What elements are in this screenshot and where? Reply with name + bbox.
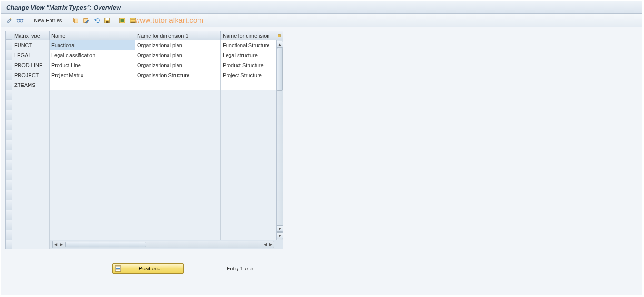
cell-dim2[interactable]: Legal structure — [221, 50, 276, 60]
empty-cell[interactable] — [221, 160, 276, 170]
empty-cell[interactable] — [221, 130, 276, 140]
cell-matrixtype[interactable]: FUNCT — [12, 40, 50, 50]
empty-cell[interactable] — [135, 100, 221, 110]
cell-dim2[interactable]: Product Structure — [221, 60, 276, 70]
empty-cell[interactable] — [221, 140, 276, 150]
empty-cell[interactable] — [135, 90, 221, 100]
row-selector[interactable] — [6, 90, 12, 100]
empty-cell[interactable] — [135, 180, 221, 190]
empty-cell[interactable] — [221, 180, 276, 190]
empty-cell[interactable] — [221, 110, 276, 120]
empty-cell[interactable] — [135, 210, 221, 220]
empty-cell[interactable] — [221, 220, 276, 230]
scroll-thumb-vertical[interactable] — [277, 48, 283, 91]
empty-cell[interactable] — [50, 150, 135, 160]
scroll-thumb-horizontal[interactable] — [65, 242, 146, 247]
glasses-icon[interactable] — [16, 16, 24, 25]
horizontal-scrollbar[interactable]: ◀ ▶ ◀ ▶ — [52, 241, 274, 248]
cell-dim1[interactable]: Organisation Structure — [135, 70, 221, 80]
row-selector[interactable] — [6, 140, 12, 150]
cell-matrixtype[interactable]: ZTEAMS — [12, 80, 50, 90]
scroll-left-end-icon[interactable]: ◀ — [262, 242, 268, 248]
cell-dim1[interactable]: Organizational plan — [135, 60, 221, 70]
empty-cell[interactable] — [135, 160, 221, 170]
empty-cell[interactable] — [135, 170, 221, 180]
empty-cell[interactable] — [50, 160, 135, 170]
row-selector[interactable] — [6, 230, 12, 240]
empty-cell[interactable] — [50, 180, 135, 190]
select-all-icon[interactable] — [118, 16, 127, 25]
row-selector[interactable] — [6, 120, 12, 130]
col-header-matrixtype[interactable]: MatrixType — [12, 31, 50, 40]
empty-cell[interactable] — [50, 100, 135, 110]
row-selector[interactable] — [6, 80, 12, 90]
row-selector[interactable] — [6, 110, 12, 120]
empty-cell[interactable] — [221, 120, 276, 130]
row-selector[interactable] — [6, 190, 12, 200]
empty-cell[interactable] — [50, 230, 135, 240]
row-selector[interactable] — [6, 170, 12, 180]
cell-dim1[interactable]: Organizational plan — [135, 40, 221, 50]
empty-cell[interactable] — [221, 190, 276, 200]
empty-cell[interactable] — [135, 110, 221, 120]
vertical-scrollbar[interactable]: ▲ ▼ ▾ — [276, 40, 283, 240]
empty-cell[interactable] — [221, 210, 276, 220]
empty-cell[interactable] — [50, 120, 135, 130]
new-entries-button[interactable]: New Entries — [31, 17, 65, 24]
cell-dim2[interactable] — [221, 80, 276, 90]
empty-cell[interactable] — [221, 230, 276, 240]
empty-cell[interactable] — [50, 90, 135, 100]
empty-cell[interactable] — [50, 110, 135, 120]
scroll-left-icon[interactable]: ◀ — [53, 242, 59, 248]
cell-name[interactable]: Project Matrix — [50, 70, 135, 80]
empty-cell[interactable] — [221, 200, 276, 210]
position-button[interactable]: Position... — [112, 263, 184, 274]
col-header-dim1[interactable]: Name for dimension 1 — [135, 31, 221, 40]
cell-name[interactable] — [50, 80, 135, 90]
col-header-dim2[interactable]: Name for dimension — [221, 31, 276, 40]
cell-dim1[interactable] — [135, 80, 221, 90]
cell-matrixtype[interactable]: PROD.LINE — [12, 60, 50, 70]
row-selector[interactable] — [6, 220, 12, 230]
scroll-end-icon[interactable]: ▾ — [277, 232, 283, 239]
cell-dim2[interactable]: Project Structure — [221, 70, 276, 80]
empty-cell[interactable] — [135, 200, 221, 210]
select-all-rows[interactable] — [6, 31, 12, 40]
row-selector[interactable] — [6, 50, 12, 60]
row-selector[interactable] — [6, 70, 12, 80]
empty-cell[interactable] — [135, 230, 221, 240]
empty-cell[interactable] — [135, 130, 221, 140]
empty-cell[interactable] — [50, 190, 135, 200]
empty-cell[interactable] — [221, 170, 276, 180]
empty-cell[interactable] — [50, 170, 135, 180]
cell-dim1[interactable]: Organizational plan — [135, 50, 221, 60]
empty-cell[interactable] — [135, 220, 221, 230]
empty-cell[interactable] — [50, 140, 135, 150]
copy-icon[interactable] — [71, 16, 80, 25]
scroll-right-inner-icon[interactable]: ▶ — [59, 242, 64, 248]
row-selector[interactable] — [6, 130, 12, 140]
table-settings-icon[interactable] — [276, 31, 283, 40]
cell-name[interactable]: Legal classification — [50, 50, 135, 60]
scroll-up-icon[interactable]: ▲ — [277, 41, 283, 48]
col-header-name[interactable]: Name — [50, 31, 135, 40]
row-selector[interactable] — [6, 150, 12, 160]
row-selector[interactable] — [6, 200, 12, 210]
cell-name[interactable]: Functional — [50, 40, 135, 50]
cell-dim2[interactable]: Functional Structure — [221, 40, 276, 50]
undo-icon[interactable] — [92, 16, 101, 25]
row-selector[interactable] — [6, 210, 12, 220]
scroll-right-icon[interactable]: ▶ — [268, 242, 274, 248]
cell-matrixtype[interactable]: PROJECT — [12, 70, 50, 80]
empty-cell[interactable] — [221, 100, 276, 110]
scroll-down-icon[interactable]: ▼ — [277, 225, 283, 232]
row-selector[interactable] — [6, 180, 12, 190]
cell-matrixtype[interactable]: LEGAL — [12, 50, 50, 60]
empty-cell[interactable] — [221, 150, 276, 160]
cell-name[interactable]: Product Line — [50, 60, 135, 70]
row-selector[interactable] — [6, 60, 12, 70]
row-selector[interactable] — [6, 160, 12, 170]
change-entry-icon[interactable] — [82, 16, 90, 25]
empty-cell[interactable] — [221, 90, 276, 100]
empty-cell[interactable] — [135, 140, 221, 150]
